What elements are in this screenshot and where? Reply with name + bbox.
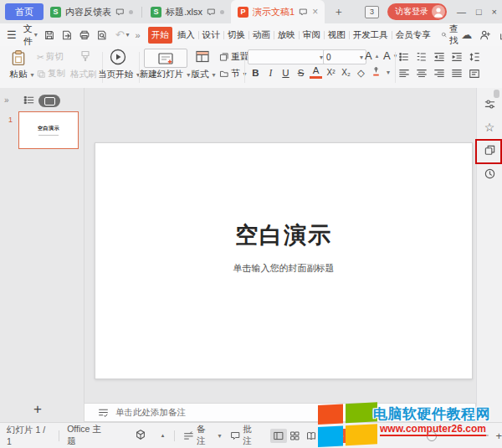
slide-subtitle-placeholder[interactable]: 单击输入您的封面副标题 (95, 262, 472, 275)
tab-comment-icon[interactable] (299, 8, 308, 17)
superscript-button[interactable]: X² (325, 68, 337, 77)
clear-format-icon[interactable]: ◇ (355, 67, 367, 79)
zoom-in-button[interactable]: + (495, 430, 502, 442)
tab-close-icon[interactable]: × (312, 7, 318, 17)
font-family-select[interactable]: ▾ (248, 49, 326, 64)
caret-down-icon[interactable]: ▾ (387, 69, 390, 76)
slide-sorter-view-button[interactable] (287, 429, 304, 443)
editing-canvas[interactable]: 空白演示 单击输入您的封面副标题 (85, 88, 476, 403)
outline-view-icon[interactable] (23, 95, 34, 107)
underline-button[interactable]: U (279, 68, 292, 78)
strikethrough-button[interactable]: S (295, 68, 307, 78)
document-count-badge[interactable]: 3 (365, 6, 379, 18)
cut-button[interactable]: ✂剪切 (37, 51, 64, 63)
slide-thumbnail-1[interactable]: 空白演示 (18, 111, 79, 149)
tab-devtools[interactable]: 开发工具 (350, 27, 392, 44)
tab-review[interactable]: 审阅 (300, 27, 324, 44)
window-close-button[interactable]: × (492, 7, 497, 17)
guest-login-button[interactable]: 访客登录 (387, 3, 447, 20)
layout-button[interactable]: 版式▾ (189, 69, 218, 80)
slide-title[interactable]: 空白演示 (95, 220, 472, 250)
bold-button[interactable]: B (249, 68, 262, 78)
subscript-button[interactable]: X₂ (340, 68, 352, 77)
new-slide-button[interactable]: 新建幻灯片▾ (137, 69, 192, 80)
decrease-indent-icon[interactable] (433, 51, 445, 63)
layout-icon[interactable] (195, 49, 210, 65)
favorites-star-icon[interactable]: ☆ (484, 121, 495, 133)
convert-box-icon[interactable] (135, 429, 146, 442)
play-from-current-icon[interactable] (109, 48, 127, 68)
copy-button[interactable]: 复制 (37, 68, 65, 80)
bullet-list-icon[interactable] (398, 51, 410, 63)
print-icon[interactable] (79, 29, 90, 41)
properties-sliders-icon[interactable] (484, 98, 496, 111)
undo-icon[interactable]: ↶ (115, 28, 125, 41)
tab-insert[interactable]: 插入 (174, 27, 198, 44)
slides-panel: » 1 空白演示 + (0, 88, 85, 423)
toolbar-overflow-icon[interactable]: » (136, 30, 141, 40)
tab-separator (141, 7, 142, 18)
doc-tab-presentation-active[interactable]: P 演示文稿1 × (231, 0, 325, 23)
print-preview-icon[interactable] (96, 29, 108, 41)
hamburger-icon[interactable]: ☰ (7, 28, 17, 41)
find-button[interactable]: 查找 (441, 23, 462, 47)
tab-slideshow[interactable]: 放映 (274, 27, 299, 44)
file-menu[interactable]: 文件 (23, 23, 33, 48)
add-slide-button[interactable]: + (33, 401, 42, 418)
align-center-icon[interactable] (416, 68, 428, 80)
maximize-button[interactable]: □ (476, 7, 482, 17)
canvas-scrollbar[interactable] (494, 90, 499, 98)
sheets-app-icon: S (50, 7, 61, 18)
new-tab-button[interactable]: ＋ (333, 4, 344, 19)
undo-caret-icon[interactable]: ▾ (126, 31, 130, 39)
tab-member[interactable]: 会员专享 (392, 27, 434, 44)
doc-tab-sheet-1[interactable]: S 内容反馈表 (44, 0, 140, 23)
panel-expand-icon[interactable]: » (4, 95, 9, 105)
increase-indent-icon[interactable] (451, 51, 463, 63)
invite-user-icon[interactable] (479, 29, 491, 41)
tab-animation[interactable]: 动画 (249, 27, 274, 44)
caret-up-icon[interactable]: ▴ (161, 432, 165, 439)
theme-name[interactable]: Office 主题 (67, 424, 110, 447)
play-from-current-button[interactable]: 当页开始▾ (94, 69, 144, 80)
slide-page[interactable]: 空白演示 单击输入您的封面副标题 (95, 142, 473, 379)
tab-comment-icon[interactable] (207, 8, 216, 17)
cloud-sync-icon[interactable]: ☁ (461, 28, 472, 41)
italic-button[interactable]: I (264, 68, 277, 78)
doc-tab-sheet-2[interactable]: S 标题.xlsx (144, 0, 231, 23)
highlight-icon[interactable] (370, 66, 382, 79)
tab-transition[interactable]: 切换 (224, 27, 248, 44)
caret-down-icon: ▾ (360, 54, 363, 61)
save-icon[interactable] (44, 29, 55, 41)
text-box-icon[interactable] (469, 68, 480, 80)
align-left-icon[interactable] (398, 68, 410, 80)
font-color-button[interactable]: A (310, 66, 322, 79)
tab-home[interactable]: 开始 (148, 27, 172, 44)
tab-design[interactable]: 设计 (199, 27, 223, 44)
logo-square-blue (318, 425, 343, 447)
paste-icon[interactable] (10, 49, 27, 68)
tab-view[interactable]: 视图 (325, 27, 349, 44)
tab-comment-icon[interactable] (115, 8, 125, 17)
home-button[interactable]: 首页 (5, 3, 44, 20)
normal-view-button[interactable] (270, 429, 287, 443)
line-spacing-icon[interactable] (469, 51, 480, 63)
font-size-select[interactable]: 0 ▾ (323, 49, 366, 64)
format-painter-button[interactable]: 格式刷 (70, 69, 97, 80)
share-icon[interactable] (499, 29, 502, 41)
align-right-icon[interactable] (433, 68, 445, 80)
font-shrink-glyph: A (383, 49, 391, 62)
new-slide-icon[interactable] (144, 49, 187, 68)
minimize-button[interactable]: — (457, 7, 466, 17)
format-painter-icon[interactable] (79, 49, 92, 64)
notes-toggle-button[interactable]: 备注 ▾ (183, 424, 221, 447)
slide-view-toggle[interactable] (38, 95, 60, 107)
paste-button[interactable]: 粘贴▾ (5, 69, 38, 80)
history-clock-icon[interactable] (484, 167, 496, 180)
justify-icon[interactable] (451, 68, 463, 80)
increase-font-button[interactable]: A▴ (365, 49, 378, 62)
section-button[interactable]: 节▾ (219, 68, 247, 80)
numbered-list-icon[interactable] (416, 51, 428, 63)
export-icon[interactable] (61, 29, 73, 41)
comments-button[interactable]: 批注 (230, 424, 261, 447)
